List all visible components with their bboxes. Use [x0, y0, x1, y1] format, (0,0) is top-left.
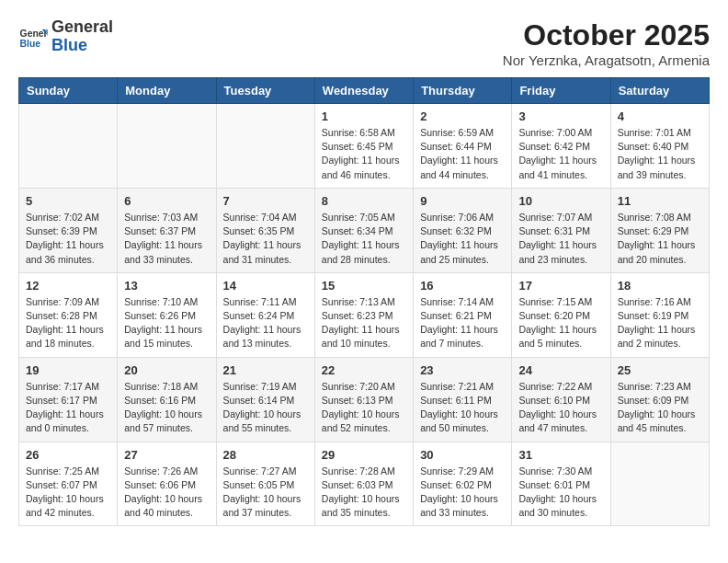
- weekday-header-monday: Monday: [118, 78, 216, 104]
- day-cell-28: 28Sunrise: 7:27 AM Sunset: 6:05 PM Dayli…: [216, 442, 314, 526]
- day-number-25: 25: [618, 363, 702, 377]
- day-number-4: 4: [618, 109, 702, 123]
- day-info-13: Sunrise: 7:10 AM Sunset: 6:26 PM Dayligh…: [124, 295, 209, 351]
- day-number-23: 23: [420, 363, 505, 377]
- day-info-23: Sunrise: 7:21 AM Sunset: 6:11 PM Dayligh…: [420, 380, 505, 436]
- day-cell-27: 27Sunrise: 7:26 AM Sunset: 6:06 PM Dayli…: [118, 442, 216, 526]
- weekday-header-row: SundayMondayTuesdayWednesdayThursdayFrid…: [19, 78, 710, 104]
- day-cell-10: 10Sunrise: 7:07 AM Sunset: 6:31 PM Dayli…: [512, 188, 610, 272]
- day-number-17: 17: [518, 279, 603, 293]
- day-info-15: Sunrise: 7:13 AM Sunset: 6:23 PM Dayligh…: [322, 295, 406, 351]
- week-row-1: 1Sunrise: 6:58 AM Sunset: 6:45 PM Daylig…: [19, 104, 710, 189]
- day-cell-1: 1Sunrise: 6:58 AM Sunset: 6:45 PM Daylig…: [314, 104, 413, 189]
- day-number-13: 13: [124, 279, 209, 293]
- logo: General Blue General Blue: [18, 18, 113, 55]
- day-info-7: Sunrise: 7:04 AM Sunset: 6:35 PM Dayligh…: [223, 211, 308, 267]
- day-number-9: 9: [420, 194, 505, 208]
- day-cell-24: 24Sunrise: 7:22 AM Sunset: 6:10 PM Dayli…: [512, 357, 610, 442]
- day-number-26: 26: [26, 448, 110, 462]
- month-title: October 2025: [503, 18, 710, 52]
- day-info-2: Sunrise: 6:59 AM Sunset: 6:44 PM Dayligh…: [420, 126, 505, 182]
- day-number-19: 19: [26, 363, 110, 377]
- weekday-header-wednesday: Wednesday: [314, 78, 413, 104]
- empty-cell: [118, 104, 216, 189]
- day-info-1: Sunrise: 6:58 AM Sunset: 6:45 PM Dayligh…: [322, 126, 406, 182]
- day-cell-6: 6Sunrise: 7:03 AM Sunset: 6:37 PM Daylig…: [118, 188, 216, 272]
- week-row-5: 26Sunrise: 7:25 AM Sunset: 6:07 PM Dayli…: [19, 442, 710, 526]
- day-number-6: 6: [124, 194, 209, 208]
- day-number-16: 16: [420, 279, 505, 293]
- day-info-6: Sunrise: 7:03 AM Sunset: 6:37 PM Dayligh…: [124, 211, 209, 267]
- empty-cell: [19, 104, 118, 189]
- day-cell-30: 30Sunrise: 7:29 AM Sunset: 6:02 PM Dayli…: [414, 442, 512, 526]
- day-info-4: Sunrise: 7:01 AM Sunset: 6:40 PM Dayligh…: [618, 126, 702, 182]
- day-info-11: Sunrise: 7:08 AM Sunset: 6:29 PM Dayligh…: [618, 211, 702, 267]
- day-info-17: Sunrise: 7:15 AM Sunset: 6:20 PM Dayligh…: [518, 295, 603, 351]
- day-number-1: 1: [322, 109, 406, 123]
- svg-text:Blue: Blue: [20, 39, 41, 49]
- day-number-11: 11: [618, 194, 702, 208]
- week-row-4: 19Sunrise: 7:17 AM Sunset: 6:17 PM Dayli…: [19, 357, 710, 442]
- day-cell-19: 19Sunrise: 7:17 AM Sunset: 6:17 PM Dayli…: [19, 357, 118, 442]
- weekday-header-friday: Friday: [512, 78, 610, 104]
- day-number-2: 2: [420, 109, 505, 123]
- day-cell-21: 21Sunrise: 7:19 AM Sunset: 6:14 PM Dayli…: [216, 357, 314, 442]
- day-number-24: 24: [518, 363, 603, 377]
- day-info-5: Sunrise: 7:02 AM Sunset: 6:39 PM Dayligh…: [26, 211, 110, 267]
- weekday-header-tuesday: Tuesday: [216, 78, 314, 104]
- day-info-30: Sunrise: 7:29 AM Sunset: 6:02 PM Dayligh…: [420, 465, 505, 521]
- day-number-22: 22: [322, 363, 406, 377]
- day-cell-15: 15Sunrise: 7:13 AM Sunset: 6:23 PM Dayli…: [314, 272, 413, 357]
- day-info-29: Sunrise: 7:28 AM Sunset: 6:03 PM Dayligh…: [322, 465, 406, 521]
- day-cell-13: 13Sunrise: 7:10 AM Sunset: 6:26 PM Dayli…: [118, 272, 216, 357]
- day-cell-3: 3Sunrise: 7:00 AM Sunset: 6:42 PM Daylig…: [512, 104, 610, 189]
- day-cell-17: 17Sunrise: 7:15 AM Sunset: 6:20 PM Dayli…: [512, 272, 610, 357]
- week-row-3: 12Sunrise: 7:09 AM Sunset: 6:28 PM Dayli…: [19, 272, 710, 357]
- day-cell-11: 11Sunrise: 7:08 AM Sunset: 6:29 PM Dayli…: [610, 188, 709, 272]
- day-cell-18: 18Sunrise: 7:16 AM Sunset: 6:19 PM Dayli…: [610, 272, 709, 357]
- day-number-5: 5: [26, 194, 110, 208]
- day-cell-2: 2Sunrise: 6:59 AM Sunset: 6:44 PM Daylig…: [414, 104, 512, 189]
- location-title: Nor Yerznka, Aragatsotn, Armenia: [503, 52, 710, 68]
- day-number-3: 3: [518, 109, 603, 123]
- day-info-21: Sunrise: 7:19 AM Sunset: 6:14 PM Dayligh…: [223, 380, 308, 436]
- day-number-14: 14: [223, 279, 308, 293]
- day-cell-8: 8Sunrise: 7:05 AM Sunset: 6:34 PM Daylig…: [314, 188, 413, 272]
- day-cell-14: 14Sunrise: 7:11 AM Sunset: 6:24 PM Dayli…: [216, 272, 314, 357]
- day-cell-16: 16Sunrise: 7:14 AM Sunset: 6:21 PM Dayli…: [414, 272, 512, 357]
- day-cell-31: 31Sunrise: 7:30 AM Sunset: 6:01 PM Dayli…: [512, 442, 610, 526]
- logo-general-text: General: [51, 17, 113, 36]
- day-number-8: 8: [322, 194, 406, 208]
- day-info-18: Sunrise: 7:16 AM Sunset: 6:19 PM Dayligh…: [618, 295, 702, 351]
- empty-cell: [216, 104, 314, 189]
- day-info-8: Sunrise: 7:05 AM Sunset: 6:34 PM Dayligh…: [322, 211, 406, 267]
- day-info-25: Sunrise: 7:23 AM Sunset: 6:09 PM Dayligh…: [618, 380, 702, 436]
- day-cell-4: 4Sunrise: 7:01 AM Sunset: 6:40 PM Daylig…: [610, 104, 709, 189]
- day-info-31: Sunrise: 7:30 AM Sunset: 6:01 PM Dayligh…: [518, 465, 603, 521]
- day-number-28: 28: [223, 448, 308, 462]
- calendar: SundayMondayTuesdayWednesdayThursdayFrid…: [18, 77, 710, 526]
- day-cell-29: 29Sunrise: 7:28 AM Sunset: 6:03 PM Dayli…: [314, 442, 413, 526]
- title-block: October 2025 Nor Yerznka, Aragatsotn, Ar…: [503, 18, 710, 68]
- day-info-9: Sunrise: 7:06 AM Sunset: 6:32 PM Dayligh…: [420, 211, 505, 267]
- weekday-header-thursday: Thursday: [414, 78, 512, 104]
- day-cell-9: 9Sunrise: 7:06 AM Sunset: 6:32 PM Daylig…: [414, 188, 512, 272]
- day-info-27: Sunrise: 7:26 AM Sunset: 6:06 PM Dayligh…: [124, 465, 209, 521]
- day-info-10: Sunrise: 7:07 AM Sunset: 6:31 PM Dayligh…: [518, 211, 603, 267]
- day-info-24: Sunrise: 7:22 AM Sunset: 6:10 PM Dayligh…: [518, 380, 603, 436]
- weekday-header-sunday: Sunday: [19, 78, 118, 104]
- day-number-27: 27: [124, 448, 209, 462]
- day-number-20: 20: [124, 363, 209, 377]
- day-number-7: 7: [223, 194, 308, 208]
- day-info-12: Sunrise: 7:09 AM Sunset: 6:28 PM Dayligh…: [26, 295, 110, 351]
- header: General Blue General Blue October 2025 N…: [18, 18, 710, 68]
- day-number-30: 30: [420, 448, 505, 462]
- day-cell-23: 23Sunrise: 7:21 AM Sunset: 6:11 PM Dayli…: [414, 357, 512, 442]
- logo-icon: General Blue: [18, 22, 48, 52]
- day-number-12: 12: [26, 279, 110, 293]
- day-cell-12: 12Sunrise: 7:09 AM Sunset: 6:28 PM Dayli…: [19, 272, 118, 357]
- day-number-10: 10: [518, 194, 603, 208]
- day-cell-7: 7Sunrise: 7:04 AM Sunset: 6:35 PM Daylig…: [216, 188, 314, 272]
- day-info-16: Sunrise: 7:14 AM Sunset: 6:21 PM Dayligh…: [420, 295, 505, 351]
- day-number-21: 21: [223, 363, 308, 377]
